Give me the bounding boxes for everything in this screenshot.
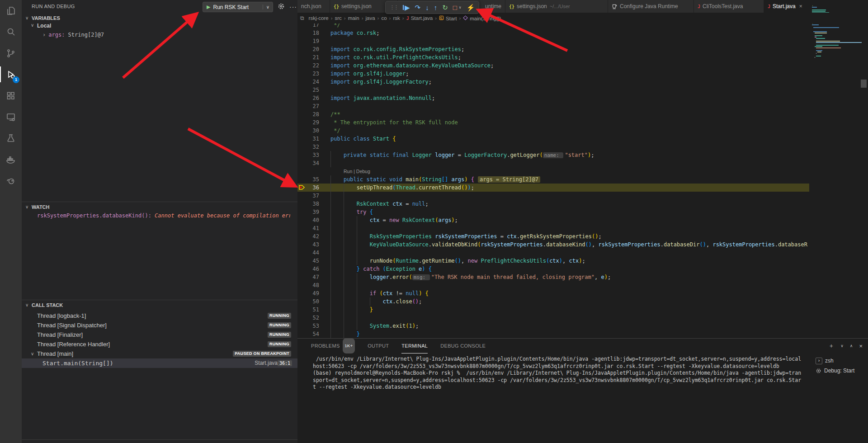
call-stack-section-header[interactable]: ∨ CALL STACK: [22, 301, 297, 310]
step-into-icon[interactable]: ↓: [425, 4, 429, 11]
code-line-17[interactable]: 17 */: [297, 24, 868, 29]
call-stack-thread[interactable]: Thread [Finalizer]RUNNING: [22, 330, 297, 339]
code-line-34[interactable]: 34: [297, 159, 868, 167]
code-line-28[interactable]: 28/**: [297, 110, 868, 118]
line-number[interactable]: 48: [297, 281, 319, 289]
activity-bar-item-run-and-debug[interactable]: 1: [0, 64, 22, 85]
line-number[interactable]: 34: [297, 159, 319, 167]
breadcrumb-item[interactable]: Start: [439, 15, 457, 21]
code-line-35[interactable]: 35 public static void main(String[] args…: [297, 175, 868, 184]
code-line-37[interactable]: 37: [297, 192, 868, 200]
code-line-22[interactable]: 22import org.ethereum.datasource.KeyValu…: [297, 61, 868, 70]
line-number[interactable]: 38: [297, 200, 319, 208]
line-number[interactable]: 22: [297, 61, 319, 70]
line-number[interactable]: 29: [297, 118, 319, 127]
line-number[interactable]: 21: [297, 53, 319, 61]
activity-bar-item-remote-explorer[interactable]: [0, 106, 22, 127]
code-line-23[interactable]: 23import org.slf4j.Logger;: [297, 70, 868, 78]
variables-section-header[interactable]: ∨ VARIABLES: [22, 14, 297, 23]
line-number[interactable]: 47: [297, 273, 319, 281]
breadcrumb-item[interactable]: main(String[]): [463, 15, 501, 21]
breadcrumb-item[interactable]: rsk: [393, 15, 400, 21]
code-line-53[interactable]: 53 System.exit(1);: [297, 322, 868, 330]
scrollbar-thumb[interactable]: [861, 80, 867, 88]
watch-section-header[interactable]: ∨ WATCH: [22, 203, 297, 212]
line-number[interactable]: 54: [297, 330, 319, 338]
variables-scope-local[interactable]: ∨ Local: [37, 23, 51, 29]
code-line-26[interactable]: 26import javax.annotation.Nonnull;: [297, 94, 868, 102]
code-line-41[interactable]: 41: [297, 224, 868, 232]
restart-icon[interactable]: ↻: [442, 4, 448, 11]
close-panel-icon[interactable]: ×: [859, 343, 863, 349]
line-number[interactable]: 31: [297, 135, 319, 143]
watch-expression-row[interactable]: rskSystemProperties.databaseKind(): Cann…: [37, 212, 290, 219]
breadcrumb-item[interactable]: rskj-core: [309, 15, 329, 21]
activity-bar-item-extensions[interactable]: [0, 85, 22, 106]
line-number[interactable]: 40: [297, 216, 319, 224]
code-line-46[interactable]: 46 } catch (Exception e) {: [297, 265, 868, 273]
line-number[interactable]: 30: [297, 127, 319, 135]
panel-tab-terminal[interactable]: TERMINAL: [401, 339, 428, 353]
line-number[interactable]: 36: [297, 184, 319, 192]
tab-clitoolstest-java[interactable]: JCliToolsTest.java: [694, 0, 764, 13]
run-configuration-button[interactable]: ▶ Run RSK Start ∨: [203, 2, 273, 12]
code-line-51[interactable]: 51 }: [297, 306, 868, 314]
code-line-47[interactable]: 47 logger.error(msg: "The RSK node main …: [297, 273, 868, 281]
call-stack-thread[interactable]: Thread [logback-1]RUNNING: [22, 311, 297, 320]
code-line-29[interactable]: 29 * The entrypoint for the RSK full nod…: [297, 118, 868, 127]
code-line-32[interactable]: 32: [297, 143, 868, 151]
line-number[interactable]: 20: [297, 45, 319, 53]
code-line-18[interactable]: 18package co.rsk;: [297, 29, 868, 37]
breadcrumb[interactable]: ⧉ rskj-core›src›main›java›co›rsk›JStart.…: [297, 13, 868, 24]
editor-group-icon[interactable]: ⧉: [300, 15, 304, 21]
code-line-52[interactable]: 52: [297, 314, 868, 322]
line-number[interactable]: 32: [297, 143, 319, 151]
hot-code-replace-icon[interactable]: ⚡: [467, 4, 475, 11]
code-line-30[interactable]: 30 */: [297, 127, 868, 135]
line-number[interactable]: 27: [297, 102, 319, 110]
tab-settings-json[interactable]: {}settings.json~/.../User: [505, 0, 608, 13]
stop-icon[interactable]: □: [453, 4, 457, 11]
activity-bar-item-search[interactable]: [0, 21, 22, 42]
run-configuration-dropdown-icon[interactable]: ∨: [263, 5, 273, 9]
code-line-40[interactable]: 40 ctx = new RskContext(args);: [297, 216, 868, 224]
code-line-25[interactable]: 25: [297, 86, 868, 94]
close-icon[interactable]: ×: [799, 3, 802, 9]
code-line-44[interactable]: 44: [297, 249, 868, 257]
line-number[interactable]: 33: [297, 151, 319, 159]
code-line-48[interactable]: 48: [297, 281, 868, 289]
terminal-output[interactable]: /usr/bin/env /Library/Internet\ Plug-Ins…: [313, 356, 810, 391]
line-number[interactable]: 41: [297, 224, 319, 232]
tab-nch-json[interactable]: nch.json: [297, 0, 330, 13]
line-number[interactable]: 51: [297, 306, 319, 314]
code-line-19[interactable]: 19: [297, 37, 868, 45]
code-line-42[interactable]: 42 RskSystemProperties rskSystemProperti…: [297, 232, 868, 240]
breadcrumb-item[interactable]: src: [335, 15, 342, 21]
line-number[interactable]: 37: [297, 192, 319, 200]
code-line-43[interactable]: 43 KeyValueDataSource.validateDbKind(rsk…: [297, 240, 868, 249]
code-editor[interactable]: 17 */18package co.rsk;1920import co.rsk.…: [297, 24, 868, 338]
activity-bar-item-explorer[interactable]: [0, 0, 22, 21]
line-number[interactable]: 35: [297, 175, 319, 184]
code-line-38[interactable]: 38 RskContext ctx = null;: [297, 200, 868, 208]
line-number[interactable]: 17: [297, 24, 319, 29]
sidebar-more-actions-icon[interactable]: ···: [289, 0, 297, 13]
line-number[interactable]: 49: [297, 289, 319, 297]
stop-dropdown-icon[interactable]: ∨: [459, 6, 462, 9]
panel-tab-problems[interactable]: PROBLEMS1K+: [311, 339, 355, 353]
call-stack-thread[interactable]: Thread [Signal Dispatcher]RUNNING: [22, 320, 297, 330]
line-number[interactable]: 52: [297, 314, 319, 322]
continue-icon[interactable]: ▶: [403, 4, 410, 11]
code-line-20[interactable]: 20import co.rsk.config.RskSystemProperti…: [297, 45, 868, 53]
toolbar-grip-icon[interactable]: ⋮⋮: [390, 5, 398, 10]
tab-configure-java-runtime[interactable]: Configure Java Runtime: [608, 0, 694, 13]
maximize-panel-icon[interactable]: ∧: [850, 344, 853, 348]
line-number[interactable]: 44: [297, 249, 319, 257]
breadcrumb-item[interactable]: JStart.java: [406, 15, 433, 21]
terminal-session-zsh[interactable]: ›zsh: [816, 356, 866, 366]
code-line-45[interactable]: 45 runNode(Runtime.getRuntime(), new Pre…: [297, 257, 868, 265]
code-line-33[interactable]: 33 private static final Logger logger = …: [297, 151, 868, 159]
code-line-31[interactable]: 31public class Start {: [297, 135, 868, 143]
line-number[interactable]: 28: [297, 110, 319, 118]
debug-settings-gear-icon[interactable]: [278, 3, 285, 10]
